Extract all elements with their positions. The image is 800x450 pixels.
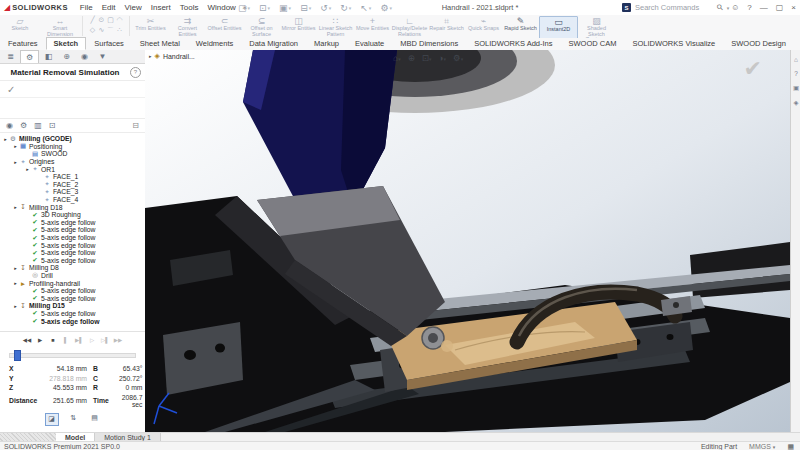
search-caret-icon[interactable]: ▾ [727, 5, 730, 11]
quick-access-button[interactable]: ⊡▾ [259, 3, 270, 13]
ribbon-tab[interactable]: SOLIDWORKS Visualize [624, 37, 723, 50]
playback-button[interactable]: ▶▌ [75, 336, 84, 345]
cutting-tool[interactable] [428, 333, 438, 343]
tree-item[interactable]: ▸ ▦ Positioning [0, 143, 145, 151]
search-icon[interactable]: ⚲ [715, 2, 726, 13]
chevron-down-icon[interactable]: ▾ [429, 56, 432, 62]
machine-simulation-scene[interactable] [145, 50, 790, 432]
menu-item[interactable]: Edit [102, 3, 116, 12]
sketch-entity-icon[interactable]: ╱ [88, 16, 97, 26]
chevron-down-icon[interactable]: ▾ [329, 5, 332, 11]
tree-item[interactable]: ⌖ FACE_3 [0, 188, 145, 196]
custom-properties-icon[interactable]: ▦ [787, 443, 794, 450]
tree-item[interactable]: ✔ 5-axis edge follow [0, 219, 145, 227]
playback-button[interactable]: ▌ [62, 336, 71, 345]
manager-tab[interactable]: ◉ [76, 50, 93, 62]
tree-item[interactable]: ▸ ⌖ Origines [0, 158, 145, 166]
tree-expander-icon[interactable]: ▸ [12, 265, 19, 271]
ribbon-tab[interactable]: SWOOD Design [794, 37, 800, 50]
menu-item[interactable]: View [125, 3, 142, 12]
simulation-tool-icon[interactable]: ⚙ [20, 121, 27, 130]
sketch-entity-icon[interactable]: ∿ [97, 26, 106, 36]
simulation-progress-slider[interactable] [9, 350, 136, 359]
manager-tab[interactable]: ≣ [2, 50, 19, 62]
playback-button[interactable]: ▷▌ [101, 336, 110, 345]
manager-tab[interactable]: ◧ [40, 50, 57, 62]
simulation-tool-icon[interactable]: ◉ [6, 121, 13, 130]
confirmation-corner-check-icon[interactable]: ✔ [744, 56, 762, 82]
sketch-entity-icon[interactable]: ◠ [115, 16, 124, 26]
tree-item[interactable]: ✔ 5-axis edge follow [0, 241, 145, 249]
window-control-button[interactable]: × [791, 3, 796, 12]
view-tool-button[interactable]: ⊡▾ [422, 53, 432, 63]
simulation-tool-icon[interactable]: ▥ [34, 121, 42, 130]
doc-tab-expander-icon[interactable]: ▸ [149, 53, 152, 59]
tree-item[interactable]: ▸ ↧ Milling D8 [0, 264, 145, 272]
document-tab[interactable]: ▸ ◈ Handrail... [149, 52, 195, 60]
ribbon-tab[interactable]: Surfaces [86, 37, 132, 50]
playback-button[interactable]: ■ [49, 336, 58, 345]
view-tool-button[interactable]: ◑▾ [438, 53, 446, 63]
help-icon[interactable]: ? [130, 67, 141, 78]
chevron-down-icon[interactable]: ▾ [444, 56, 447, 62]
menu-item[interactable]: File [80, 3, 93, 12]
ribbon-tool-button[interactable]: ↔ Smart Dimension [40, 16, 80, 37]
playback-button[interactable]: ◀◀ [23, 336, 32, 345]
tree-expander-icon[interactable]: ▸ [12, 280, 19, 286]
simulation-option-button[interactable]: ▤ [89, 413, 101, 424]
sketch-entity-icon[interactable]: ⊙ [97, 16, 106, 26]
window-control-button[interactable]: — [760, 3, 768, 12]
simulation-option-button[interactable]: ⇅ [68, 413, 80, 424]
sketch-entity-icon[interactable]: ⌒ [106, 26, 115, 36]
ribbon-tool-button[interactable]: ▱ Sketch [0, 16, 40, 37]
simulation-option-button[interactable]: ◪ [45, 413, 59, 426]
slider-track[interactable] [9, 353, 136, 358]
tree-expander-icon[interactable]: ▸ [12, 159, 19, 165]
window-control-button[interactable]: ☺ [731, 3, 739, 12]
ribbon-tab[interactable]: SOLIDWORKS Add-Ins [466, 37, 560, 50]
chevron-down-icon[interactable]: ▾ [461, 56, 464, 62]
graphics-viewport[interactable]: ▸ ◈ Handrail... ⌂▾ ⊕ ⊡▾ ◑▾ ⚙▾ ✔ [145, 50, 790, 432]
tree-item[interactable]: ✔ 3D Roughing [0, 211, 145, 219]
menu-item[interactable]: Window [207, 3, 235, 12]
ribbon-tab[interactable]: Evaluate [347, 37, 392, 50]
tree-item[interactable]: ✔ 5-axis edge follow [0, 234, 145, 242]
ribbon-tab[interactable]: Sketch [46, 37, 87, 50]
chevron-down-icon[interactable]: ▾ [289, 5, 292, 11]
tree-item[interactable]: ▸ ↧ Milling D18 [0, 203, 145, 211]
tree-item[interactable]: ✔ 5-axis edge follow [0, 226, 145, 234]
menu-item[interactable]: Insert [151, 3, 171, 12]
quick-access-button[interactable]: ▣▾ [279, 3, 291, 13]
quick-access-button[interactable]: ↺▾ [320, 3, 331, 13]
search-input[interactable]: Search Commands [635, 3, 713, 12]
chevron-down-icon[interactable]: ▾ [309, 5, 312, 11]
tree-item[interactable]: ✔ 5-axis edge follow [0, 310, 145, 318]
command-search[interactable]: S Search Commands ⚲ ▾ [622, 2, 729, 13]
task-pane-icon[interactable]: ▣ [793, 84, 799, 92]
window-control-button[interactable]: ▢ [776, 3, 784, 12]
menu-item[interactable]: Tools [180, 3, 199, 12]
tree-expander-icon[interactable]: ▸ [24, 166, 31, 172]
view-tool-button[interactable]: ⊕ [408, 53, 415, 63]
window-control-button[interactable]: ? [747, 3, 751, 12]
tree-expander-icon[interactable]: ▸ [2, 136, 9, 142]
tree-item[interactable]: ◎ Drill [0, 272, 145, 280]
chevron-down-icon[interactable]: ▾ [398, 56, 401, 62]
task-pane-icon[interactable]: ⌂ [794, 56, 798, 63]
ribbon-tab[interactable]: Sheet Metal [132, 37, 188, 50]
ok-button[interactable]: ✓ [7, 84, 15, 95]
task-pane-icon[interactable]: ◈ [794, 99, 799, 107]
view-tool-button[interactable]: ⌂▾ [393, 53, 401, 63]
tree-item[interactable]: ▸ ► Profiling-handrail [0, 279, 145, 287]
tree-expander-icon[interactable]: ▸ [12, 303, 19, 309]
simulation-tool-icon[interactable]: ⊡ [49, 121, 56, 130]
chevron-down-icon[interactable]: ▾ [773, 444, 776, 450]
unit-system-selector[interactable]: MMGS ▾ [749, 443, 775, 450]
playback-button[interactable]: ▶▶ [114, 336, 123, 345]
quick-access-button[interactable]: ⊟▾ [300, 3, 311, 13]
ribbon-tab[interactable]: Markup [306, 37, 347, 50]
tree-expander-icon[interactable]: ▸ [12, 204, 19, 210]
chevron-down-icon[interactable]: ▾ [268, 5, 271, 11]
sketch-entity-icon[interactable]: ◇ [88, 26, 97, 36]
manager-tab[interactable]: ⚙ [20, 50, 39, 63]
